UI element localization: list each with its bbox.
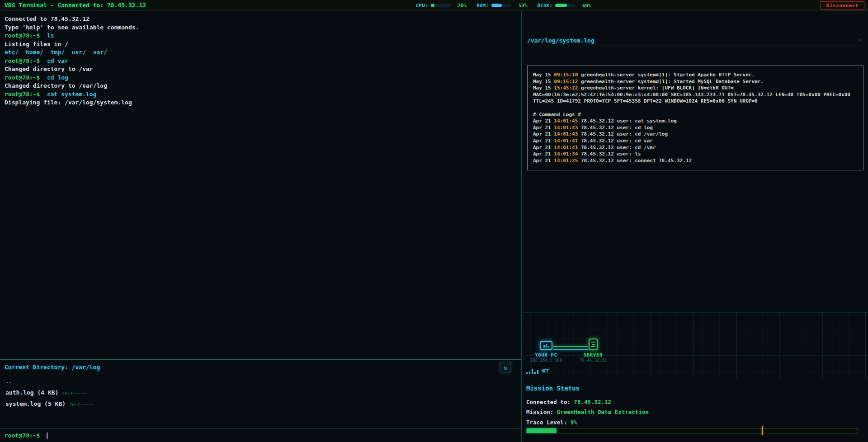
stat-value: 20% xyxy=(458,3,467,9)
stat-value: 60% xyxy=(582,3,591,9)
terminal-line: Changed directory to /var xyxy=(5,65,516,74)
trace-level-value: 9% xyxy=(571,419,577,426)
current-directory-label: Current Directory: /var/log xyxy=(5,364,100,371)
parent-directory-item[interactable]: .. xyxy=(5,378,515,389)
log-line: May 15 09:15:10 greenhealth-server syste… xyxy=(533,72,858,79)
connection-line-cyan xyxy=(553,349,588,350)
terminal-line: Type 'help' to see available commands. xyxy=(5,24,516,32)
trace-level-label: Trace Level: xyxy=(526,419,571,426)
command-input-bar[interactable]: root@78:~$ | xyxy=(0,428,521,442)
file-name: .. xyxy=(5,378,13,385)
log-line: Apr 21 14:01:43 78.45.32.12 user: cd /va… xyxy=(533,131,858,138)
log-line xyxy=(533,105,858,112)
disconnect-button[interactable]: Disconnect xyxy=(821,1,864,9)
terminal-output[interactable]: Connected to 78.45.32.12Type 'help' to s… xyxy=(0,11,521,359)
log-line: # Command Logs # xyxy=(533,112,858,118)
log-viewer-panel: /var/log/system.log ✕ May 15 09:15:10 gr… xyxy=(522,11,868,312)
server-icon xyxy=(589,339,598,350)
trace-progress-bar xyxy=(526,428,858,433)
file-name: auth.log (4 KB) xyxy=(5,389,58,396)
close-icon[interactable]: ✕ xyxy=(858,37,861,42)
connection-line-green xyxy=(553,346,588,347)
terminal-line: Displaying file: /var/log/system.log xyxy=(5,99,516,107)
right-pane: /var/log/system.log ✕ May 15 09:15:10 gr… xyxy=(521,11,868,442)
terminal-pane: Connected to 78.45.32.12Type 'help' to s… xyxy=(0,11,521,442)
log-line: Apr 21 14:01:41 78.45.32.12 user: cd /va… xyxy=(533,145,858,151)
stat-bar xyxy=(555,4,575,7)
file-permissions: rw-r----- xyxy=(62,390,86,395)
stat-bar xyxy=(431,4,451,7)
topbar: VDS Terminal - Connected to: 78.45.32.12… xyxy=(0,0,868,11)
log-content[interactable]: May 15 09:15:10 greenhealth-server syste… xyxy=(527,66,863,170)
refresh-icon: ↻ xyxy=(504,364,507,371)
file-browser-panel: Current Directory: /var/log ↻ ..auth.log… xyxy=(0,359,521,428)
network-map-panel: YOUR PC 192.168.1.100 SERVER 78.45.32.12… xyxy=(522,312,868,379)
stat-label: CPU: xyxy=(416,3,428,9)
stat-disk: DISK:60% xyxy=(538,3,591,9)
mission-label: Mission: xyxy=(526,409,557,415)
terminal-line: root@78:~$ ls xyxy=(5,32,516,40)
log-line: May 15 15:45:22 greenhealth-server kerne… xyxy=(533,85,858,105)
refresh-button[interactable]: ↻ xyxy=(500,362,511,373)
terminal-line: Listing files in / xyxy=(5,40,516,49)
stat-cpu: CPU:20% xyxy=(416,3,467,9)
terminal-line: Connected to 78.45.32.12 xyxy=(5,15,516,24)
your-pc-label: YOUR PC xyxy=(526,353,566,357)
terminal-line: Changed directory to /var/log xyxy=(5,82,516,90)
your-pc-icon xyxy=(540,341,552,350)
connected-to-label: Connected to: xyxy=(526,399,574,405)
trace-threshold-marker xyxy=(762,426,763,435)
stat-bar xyxy=(491,4,511,7)
log-line: Apr 21 14:01:41 78.45.32.12 user: cd var xyxy=(533,138,858,145)
stat-label: RAM: xyxy=(476,3,489,9)
trace-level-row: Trace Level: 9% xyxy=(526,419,577,426)
log-line: Apr 21 14:01:25 78.45.32.12 user: connec… xyxy=(533,158,858,165)
terminal-line: root@78:~$ cd var xyxy=(5,57,516,66)
server-ip: 78.45.32.12 xyxy=(568,358,618,362)
connected-to-row: Connected to: 78.45.32.12 xyxy=(526,399,611,405)
mission-status-panel: Mission Status Connected to: 78.45.32.12… xyxy=(522,379,868,442)
shell-prompt: root@78:~$ xyxy=(5,432,40,439)
window-title: VDS Terminal - Connected to: 78.45.32.12 xyxy=(5,2,146,9)
file-item[interactable]: auth.log (4 KB)rw-r----- xyxy=(5,389,515,400)
stat-value: 53% xyxy=(519,3,528,9)
divider xyxy=(526,46,863,46)
file-item[interactable]: system.log (5 KB)rw-r----- xyxy=(5,400,515,412)
trace-progress-fill xyxy=(527,428,557,433)
log-line: May 15 09:15:12 greenhealth-server syste… xyxy=(533,79,858,85)
stat-label: DISK: xyxy=(538,3,552,9)
log-line: Apr 21 14:01:34 78.45.32.12 user: ls xyxy=(533,151,858,158)
file-list: ..auth.log (4 KB)rw-r-----system.log (5 … xyxy=(5,378,515,412)
mission-status-title: Mission Status xyxy=(526,385,580,392)
file-permissions: rw-r----- xyxy=(69,402,94,407)
terminal-line: root@78:~$ cd log xyxy=(5,74,516,82)
log-viewer-title: /var/log/system.log xyxy=(527,37,594,44)
your-pc-ip: 192.168.1.100 xyxy=(521,358,571,362)
mission-value: GreenHealth Data Extraction xyxy=(557,409,649,415)
server-label: SERVER xyxy=(573,353,613,357)
terminal-line: root@78:~$ cat system.log xyxy=(5,90,516,99)
net-activity-indicator: NET xyxy=(526,368,549,374)
log-line: Apr 21 14:01:45 78.45.32.12 user: cat sy… xyxy=(533,118,858,125)
mission-row: Mission: GreenHealth Data Extraction xyxy=(526,409,649,415)
net-label: NET xyxy=(542,368,549,374)
terminal-line: etc/ home/ tmp/ usr/ var/ xyxy=(5,48,516,57)
system-stats: CPU:20%RAM:53%DISK:60% xyxy=(416,0,591,11)
text-cursor: | xyxy=(45,432,49,439)
log-line: Apr 21 14:01:43 78.45.32.12 user: cd log xyxy=(533,125,858,132)
file-name: system.log (5 KB) xyxy=(5,400,66,407)
connected-to-value: 78.45.32.12 xyxy=(574,399,611,405)
stat-ram: RAM:53% xyxy=(476,3,527,9)
